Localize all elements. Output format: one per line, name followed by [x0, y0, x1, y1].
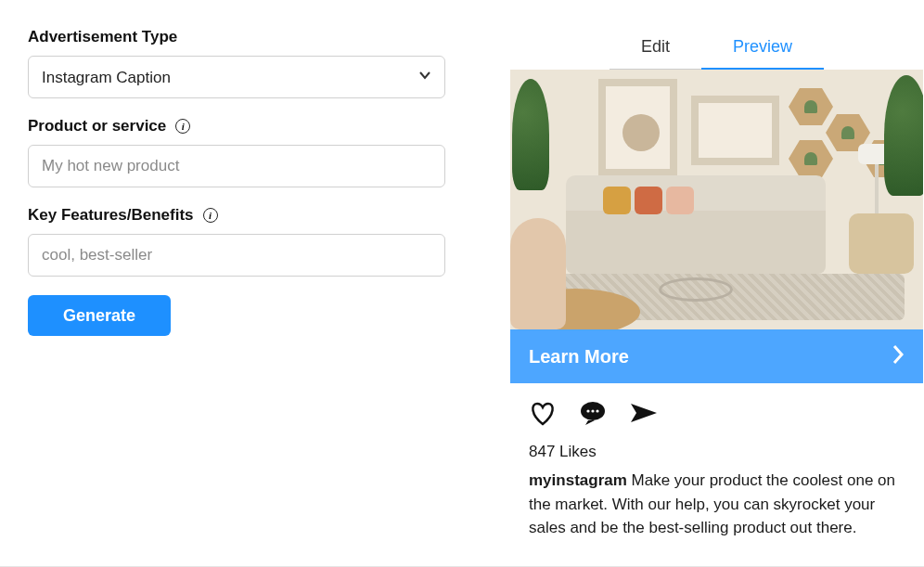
features-group: Key Features/Benefits i: [28, 206, 445, 277]
ad-type-label: Advertisement Type: [28, 28, 445, 46]
preview-card: Learn More 847 Likes myinstagram: [510, 70, 923, 559]
likes-count: 847 Likes: [510, 439, 923, 467]
svg-point-3: [596, 409, 598, 412]
product-group: Product or service i: [28, 117, 445, 187]
share-icon[interactable]: [629, 401, 659, 429]
form-column: Advertisement Type Instagram Caption Pro…: [28, 28, 445, 566]
heart-icon[interactable]: [529, 400, 557, 430]
generate-button[interactable]: Generate: [28, 295, 171, 336]
caption: myinstagram Make your product the cooles…: [510, 467, 923, 559]
preview-image: [510, 70, 923, 329]
cta-label: Learn More: [529, 346, 629, 367]
cta-bar[interactable]: Learn More: [510, 329, 923, 383]
comment-icon[interactable]: [579, 400, 607, 430]
caption-username: myinstagram: [529, 471, 627, 489]
info-icon[interactable]: i: [203, 208, 218, 223]
product-label: Product or service: [28, 117, 166, 135]
tabs: Edit Preview: [510, 28, 923, 70]
ad-type-select-wrap: Instagram Caption: [28, 56, 445, 98]
tab-edit[interactable]: Edit: [610, 28, 701, 70]
product-label-row: Product or service i: [28, 117, 445, 135]
features-input[interactable]: [28, 234, 445, 277]
ad-type-select[interactable]: Instagram Caption: [28, 56, 445, 98]
svg-point-1: [586, 409, 589, 412]
action-row: [510, 383, 923, 439]
product-input[interactable]: [28, 145, 445, 187]
ad-type-group: Advertisement Type Instagram Caption: [28, 28, 445, 98]
features-label-row: Key Features/Benefits i: [28, 206, 445, 225]
chevron-right-icon: [892, 344, 905, 369]
features-label: Key Features/Benefits: [28, 206, 194, 225]
tab-preview[interactable]: Preview: [701, 28, 824, 70]
svg-point-2: [591, 409, 594, 412]
info-icon[interactable]: i: [175, 119, 190, 134]
preview-column: Edit Preview: [510, 28, 923, 566]
